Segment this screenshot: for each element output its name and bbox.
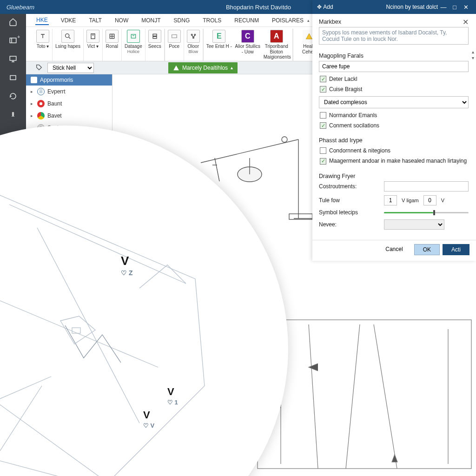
letter-c-icon: C [241,30,254,43]
panel-icon[interactable]: + [8,35,18,46]
ribbon-cell-a[interactable]: ATriporiband Bioton Maigionsents [264,30,290,60]
tree-node-evperrt[interactable]: ▸☰Evperrt [26,86,112,98]
home-icon[interactable] [8,17,18,27]
menu-item-sdng[interactable]: SDNG [173,16,191,25]
close-panel-icon[interactable]: ✕ [463,18,469,26]
letter-a-icon: A [270,30,283,43]
tule-label: Tule fow [319,197,379,204]
text-icon [36,30,49,43]
dated-select[interactable]: Dated complesos [319,96,469,108]
scroll-arrows[interactable]: ▴▾ [472,49,474,60]
menu-item-vdke[interactable]: VDKE [60,16,77,25]
nevee-label: Nevee: [319,221,379,228]
svg-rect-16 [153,34,157,36]
svg-text:V: V [167,386,174,397]
symbol-slider[interactable] [384,212,469,213]
stick-select[interactable]: Stick Nell [47,63,94,73]
acti-button[interactable]: Acti [443,244,469,255]
nevee-select[interactable] [384,219,444,230]
rect-dash-icon [168,30,181,43]
ok-button[interactable]: OK [414,244,440,255]
grid-icon [106,30,119,43]
person-icon[interactable] [8,110,18,120]
tree-node-icon [37,100,45,107]
chk-cuise[interactable]: ✓Cuise Bragist [319,84,469,94]
svg-line-35 [374,324,397,469]
layers-icon[interactable] [8,73,18,83]
tree-node-baunt[interactable]: ▸Baunt [26,98,112,110]
svg-line-33 [309,324,318,469]
ribbon-group-poce[interactable]: Poce [165,29,184,61]
monitor-icon[interactable] [8,54,18,64]
letter-e-icon: E [212,30,225,43]
svg-point-23 [282,137,287,142]
dialog-titlebar[interactable]: ✥ Add Ncinon by tesat dolct — □ ✕ [312,0,476,14]
refresh-icon[interactable] [8,91,18,101]
cost-label: Costroutments: [319,183,379,190]
svg-rect-18 [172,35,177,38]
svg-rect-9 [91,34,95,39]
magnifier-icon [61,30,74,43]
svg-rect-5 [10,76,16,80]
tree-node-icon [37,112,45,119]
description-textarea[interactable]: Sypops los mease vements of Isabard Doca… [319,27,469,45]
ribbon-group-toto[interactable]: Toto ▾ [33,29,53,61]
status-banner[interactable]: Marcely Dealtihlos ▴ [168,62,238,73]
nodes-icon [187,30,200,43]
menu-caret-icon[interactable]: ▴ [307,18,310,23]
menu-item-recunm[interactable]: RECUNM [233,16,260,25]
chk-condornnent[interactable]: Condornnent & nitegions [319,145,469,156]
svg-rect-14 [131,34,135,38]
ribbon-group-vict[interactable]: Vict ▾ [84,29,103,61]
svg-point-19 [191,34,192,35]
menu-item-poislares[interactable]: POISLARES [271,16,304,25]
chk-normandor[interactable]: Normandor Emanls [319,110,469,120]
section-phasst-label: Phasst add Irype [319,137,469,144]
chk-maagerment[interactable]: ✓Maagerment andoar in make hasealed mana… [319,156,469,166]
chk-deter[interactable]: ✓Deter Lackl [319,74,469,84]
menu-item-talt[interactable]: TALT [88,16,103,25]
caree-input[interactable] [319,61,469,72]
ribbon-group-dataage[interactable]: Dataage Holice [122,29,145,61]
minimize-icon[interactable]: — [438,4,449,11]
menu-item-trols[interactable]: TROLS [202,16,222,25]
chevron-up-icon: ▴ [231,65,233,70]
svg-rect-0 [10,38,16,43]
svg-rect-17 [153,37,157,39]
tule-input-1[interactable] [384,195,397,205]
svg-text:V: V [143,409,150,421]
svg-text:♡ Z: ♡ Z [121,269,133,277]
box-icon [127,30,140,43]
tag-icon[interactable] [35,64,44,72]
chk-conment[interactable]: ✓Conment socilations [319,120,469,131]
menu-item-now[interactable]: NOW [114,16,129,25]
ribbon-group-lsing[interactable]: Lsing hapes [53,29,84,61]
tule-input-2[interactable] [423,195,436,205]
svg-line-8 [69,37,70,39]
svg-line-34 [346,324,360,469]
dialog-button-row: Cancel OK Acti [312,240,476,261]
ribbon-cell-e[interactable]: ETee Erist H - [206,30,232,60]
svg-point-6 [13,112,14,114]
ribbon-group-oloor[interactable]: Oloor Blow [184,29,203,61]
ribbon-group-ronal[interactable]: Ronal [103,29,122,61]
close-window-icon[interactable]: ✕ [460,4,471,11]
svg-rect-2 [10,56,16,60]
page-icon [86,30,99,43]
ribbon-group-seecs[interactable]: Seecs [145,29,165,61]
svg-text:♡ 1: ♡ 1 [167,399,178,406]
ribbon-cell-c[interactable]: CAlior Stuilics - Uow [235,30,261,60]
maximize-icon[interactable]: □ [449,4,460,11]
tree-node-bavet[interactable]: ▸Bavet [26,110,112,122]
ribbon-group-letters: ETee Erist H - CAlior Stuilics - Uow ATr… [203,29,293,61]
cancel-button[interactable]: Cancel [377,244,411,255]
add-icon: ✥ [317,4,322,10]
tree-header[interactable]: ◧ Appormmoris [26,74,112,86]
svg-point-20 [194,34,196,35]
alert-icon [173,65,179,71]
tree-node-icon: ☰ [37,88,45,95]
cost-input[interactable] [384,181,469,192]
menu-item-monjt[interactable]: MONJT [140,16,161,25]
properties-dialog: ✥ Add Ncinon by tesat dolct — □ ✕ ✕ ▴▾ M… [312,0,476,261]
menu-item-hke[interactable]: HKE [35,16,49,25]
